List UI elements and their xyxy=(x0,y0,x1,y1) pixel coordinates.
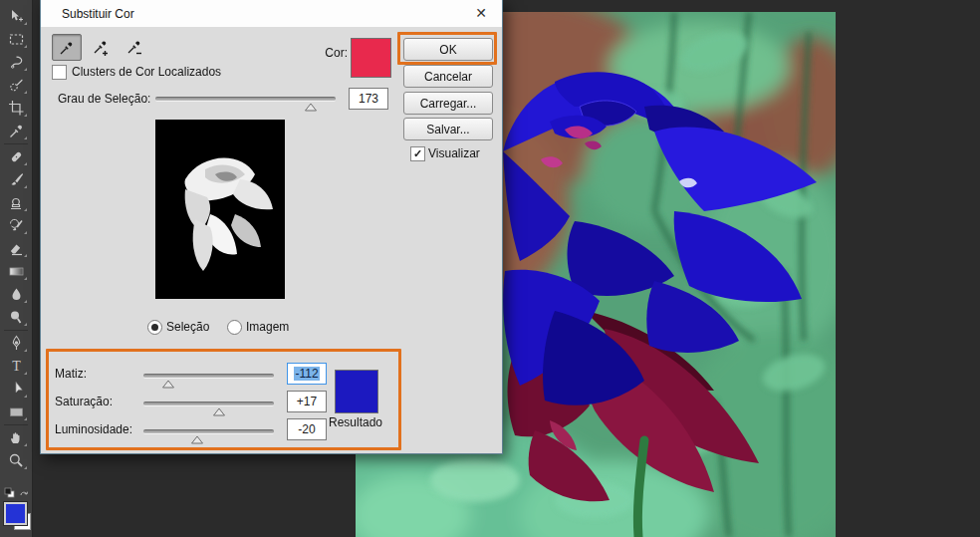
dialog-title: Substituir Cor xyxy=(62,7,134,21)
fuzziness-slider[interactable] xyxy=(155,97,336,102)
load-button[interactable]: Carregar... xyxy=(403,92,493,115)
toolbar-divider xyxy=(4,330,28,331)
preview-checkbox-label: Visualizar xyxy=(428,146,480,160)
lasso-tool-icon[interactable] xyxy=(3,51,29,74)
tool-palette: T xyxy=(0,0,33,537)
toolbar-divider xyxy=(4,424,28,425)
pen-tool-icon[interactable] xyxy=(3,332,29,355)
path-selection-tool-icon[interactable] xyxy=(3,378,29,401)
blur-tool-icon[interactable] xyxy=(3,283,29,306)
result-label: Resultado xyxy=(322,415,389,429)
selected-color-swatch[interactable] xyxy=(351,38,391,78)
close-icon[interactable]: ✕ xyxy=(465,2,497,24)
selection-preview-thumbnail xyxy=(155,120,285,299)
default-colors-icon xyxy=(5,488,14,497)
localized-color-clusters-label: Clusters de Cor Localizados xyxy=(72,65,221,79)
rectangular-marquee-tool-icon[interactable] xyxy=(3,28,29,51)
sample-color-eyedropper-button[interactable] xyxy=(52,34,82,61)
subtract-from-sample-eyedropper-button[interactable] xyxy=(120,34,149,61)
lightness-slider[interactable] xyxy=(143,429,274,434)
brush-tool-icon[interactable] xyxy=(3,168,29,191)
image-radio[interactable] xyxy=(227,320,242,335)
lightness-value-field[interactable]: -20 xyxy=(287,418,327,440)
fuzziness-label: Grau de Seleção: xyxy=(58,92,150,106)
fuzziness-slider-thumb[interactable] xyxy=(304,98,317,116)
hand-tool-icon[interactable] xyxy=(3,426,29,449)
hue-value-field[interactable]: -112 xyxy=(287,363,327,385)
selection-radio[interactable] xyxy=(147,320,162,335)
color-chip-utilities xyxy=(4,485,30,497)
lightness-label: Luminosidade: xyxy=(55,422,132,436)
move-tool-icon[interactable] xyxy=(3,5,29,28)
save-button[interactable]: Salvar... xyxy=(403,118,493,140)
dodge-tool-icon[interactable] xyxy=(3,306,29,329)
result-color-swatch[interactable] xyxy=(335,370,378,413)
rectangle-tool-icon[interactable] xyxy=(3,401,29,423)
quick-selection-tool-icon[interactable] xyxy=(3,74,29,97)
dialog-titlebar[interactable]: Substituir Cor xyxy=(41,0,502,27)
preview-checkbox[interactable]: ✓ xyxy=(410,146,425,161)
ok-button[interactable]: OK xyxy=(403,38,493,61)
localized-color-clusters-checkbox[interactable] xyxy=(52,65,67,80)
add-to-sample-eyedropper-button[interactable] xyxy=(86,34,116,61)
color-chips xyxy=(4,502,31,530)
gradient-tool-icon[interactable] xyxy=(3,260,29,283)
hue-slider[interactable] xyxy=(143,374,274,379)
eyedropper-tool-icon[interactable] xyxy=(3,120,29,142)
replace-color-dialog: Substituir Cor ✕ Clusters de Cor Localiz… xyxy=(40,0,503,454)
photoshop-window: T xyxy=(0,0,980,537)
image-radio-label: Imagem xyxy=(246,320,289,334)
hue-label: Matiz: xyxy=(55,367,87,381)
fuzziness-value-field[interactable]: 173 xyxy=(349,88,388,110)
crop-tool-icon[interactable] xyxy=(3,97,29,120)
history-brush-tool-icon[interactable] xyxy=(3,214,29,237)
zoom-tool-icon[interactable] xyxy=(3,449,29,472)
spot-healing-brush-tool-icon[interactable] xyxy=(3,145,29,168)
eraser-tool-icon[interactable] xyxy=(3,237,29,260)
saturation-slider-thumb[interactable] xyxy=(212,403,225,420)
saturation-value-field[interactable]: +17 xyxy=(287,391,327,412)
foreground-color-chip[interactable] xyxy=(4,502,27,525)
toolbar-divider xyxy=(4,143,28,144)
swap-colors-icon xyxy=(21,492,27,495)
saturation-label: Saturação: xyxy=(55,395,113,408)
type-tool-icon[interactable]: T xyxy=(3,355,29,378)
check-icon: ✓ xyxy=(413,148,422,159)
svg-text:T: T xyxy=(12,359,21,374)
color-label: Cor: xyxy=(310,46,348,60)
lightness-slider-thumb[interactable] xyxy=(190,430,203,448)
cancel-button[interactable]: Cancelar xyxy=(403,65,493,88)
selection-radio-label: Seleção xyxy=(166,320,209,334)
hue-slider-thumb[interactable] xyxy=(161,375,174,393)
clone-stamp-tool-icon[interactable] xyxy=(3,191,29,214)
saturation-slider[interactable] xyxy=(143,402,274,406)
